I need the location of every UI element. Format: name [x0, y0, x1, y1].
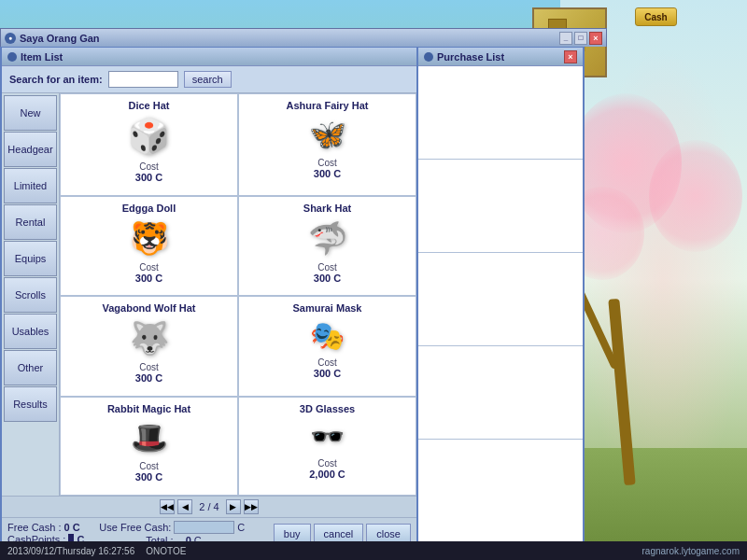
item-sprite: 🐺: [130, 319, 169, 357]
item-cost-label: Cost: [317, 357, 337, 368]
page-last-btn[interactable]: ▶▶: [244, 499, 259, 514]
item-list-panel-title: Item List: [21, 51, 63, 63]
sidebar-btn-headgear[interactable]: Headgear: [4, 132, 57, 167]
purchase-slot-1: [418, 66, 583, 160]
purchase-slots: [418, 66, 583, 549]
sidebar-btn-scrolls[interactable]: Scrolls: [4, 277, 57, 313]
use-free-cash-label: Use Free Cash:: [99, 522, 171, 533]
item-name: Rabbit Magic Hat: [107, 403, 190, 414]
page-first-btn[interactable]: ◀◀: [160, 499, 175, 514]
item-cost: 300 C: [314, 168, 341, 179]
search-input[interactable]: [108, 71, 178, 88]
item-name: Vagabond Wolf Hat: [102, 302, 195, 314]
purchase-slot-5: [418, 440, 583, 549]
status-bar: 2013/09/12/Thursday 16:27:56 ONOTOE ragn…: [0, 541, 747, 560]
status-website: ragnarok.lytogame.com: [642, 546, 740, 556]
item-cost-label: Cost: [139, 461, 159, 471]
item-name: Ashura Fairy Hat: [286, 100, 368, 111]
item-3d-glasses[interactable]: 3D Glasses 🕶️ Cost 2,000 C: [238, 397, 416, 497]
use-free-cash-input[interactable]: [174, 521, 234, 534]
item-sprite: 🎭: [310, 319, 345, 352]
item-samurai-mask[interactable]: Samurai Mask 🎭 Cost 300 C: [238, 296, 416, 397]
item-cost: 2,000 C: [309, 469, 345, 480]
purchase-list-close[interactable]: ×: [564, 50, 577, 63]
item-ashura-fairy-hat[interactable]: Ashura Fairy Hat 🦋 Cost 300 C: [238, 93, 416, 196]
main-window: ● Saya Orang Gan _ □ × Item List Search …: [0, 28, 607, 551]
purchase-list-panel: Purchase List ×: [418, 47, 585, 551]
item-dice-hat[interactable]: Dice Hat 🎲 Cost 300 C: [60, 93, 238, 196]
item-cost-label: Cost: [317, 158, 337, 168]
item-edgga-doll[interactable]: Edgga Doll 🐯 Cost 300 C: [60, 196, 238, 297]
item-cost: 300 C: [135, 471, 162, 483]
maximize-button[interactable]: □: [574, 32, 587, 45]
item-cost: 300 C: [135, 172, 162, 183]
status-server: ONOTOE: [146, 546, 186, 556]
items-grid: Dice Hat 🎲 Cost 300 C Ashura Fairy Hat 🦋…: [60, 93, 416, 496]
item-cost: 300 C: [314, 273, 341, 284]
sidebar-btn-equips[interactable]: Equips: [4, 241, 57, 276]
sidebar-btn-limited[interactable]: Limited: [4, 168, 57, 203]
item-name: Edgga Doll: [122, 203, 176, 214]
window-icon: ●: [5, 33, 16, 44]
page-info: 2 / 4: [199, 501, 218, 512]
item-name: Dice Hat: [128, 100, 169, 111]
sidebar-btn-results[interactable]: Results: [4, 386, 57, 422]
window-title: Saya Orang Gan: [20, 33, 100, 44]
item-cost-label: Cost: [139, 362, 159, 372]
item-sprite: 🦈: [308, 219, 347, 257]
purchase-list-title: Purchase List: [437, 51, 504, 63]
item-list-panel-icon: [7, 52, 17, 62]
item-rabbit-magic-hat[interactable]: Rabbit Magic Hat 🎩 Cost 300 C: [60, 397, 238, 497]
use-free-cash-c: C: [237, 522, 245, 533]
purchase-list-icon: [424, 52, 433, 62]
search-label: Search for an item:: [9, 74, 103, 85]
item-cost-label: Cost: [317, 458, 337, 469]
item-shark-hat[interactable]: Shark Hat 🦈 Cost 300 C: [238, 196, 416, 297]
pagination: ◀◀ ◀ 2 / 4 ▶ ▶▶: [2, 496, 416, 517]
item-sprite: 🎲: [128, 117, 170, 156]
item-sprite: 🦋: [309, 117, 346, 152]
search-button[interactable]: search: [184, 71, 232, 88]
item-sprite: 🕶️: [310, 420, 345, 453]
cash-button[interactable]: Cash: [635, 7, 677, 26]
item-sprite: 🎩: [131, 420, 168, 455]
purchase-slot-3: [418, 253, 583, 346]
sidebar-btn-other[interactable]: Other: [4, 350, 57, 385]
sidebar-btn-rental[interactable]: Rental: [4, 204, 57, 240]
status-datetime: 2013/09/12/Thursday 16:27:56: [7, 546, 134, 556]
minimize-button[interactable]: _: [559, 32, 572, 45]
item-cost-label: Cost: [317, 262, 337, 273]
item-name: Samurai Mask: [293, 302, 362, 314]
close-window-button[interactable]: ×: [589, 32, 602, 45]
page-prev-btn[interactable]: ◀: [177, 499, 192, 514]
free-cash-label: Free Cash :: [7, 522, 61, 533]
item-cost-label: Cost: [139, 161, 159, 172]
purchase-slot-4: [418, 346, 583, 440]
item-sprite: 🐯: [130, 219, 169, 257]
sidebar-btn-new[interactable]: New: [4, 95, 57, 131]
item-name: Shark Hat: [303, 203, 351, 214]
free-cash-value: 0 C: [63, 522, 79, 533]
sidebar-btn-usables[interactable]: Usables: [4, 314, 57, 349]
purchase-slot-2: [418, 160, 583, 253]
item-vagabond-wolf-hat[interactable]: Vagabond Wolf Hat 🐺 Cost 300 C: [60, 296, 238, 397]
item-cost: 300 C: [135, 372, 162, 384]
item-cost: 300 C: [135, 273, 162, 284]
item-cost: 300 C: [314, 368, 341, 379]
category-sidebar: New Headgear Limited Rental Equips Scrol…: [2, 93, 60, 496]
item-cost-label: Cost: [139, 262, 159, 273]
item-name: 3D Glasses: [300, 403, 355, 414]
page-next-btn[interactable]: ▶: [226, 499, 241, 514]
